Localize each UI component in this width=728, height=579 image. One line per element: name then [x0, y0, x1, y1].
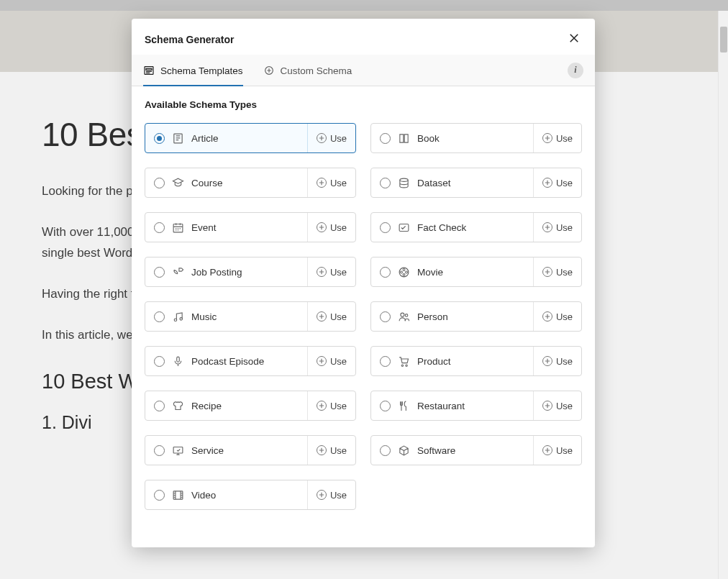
schema-card-main[interactable]: Restaurant [371, 400, 533, 412]
schema-card-main[interactable]: Book [371, 132, 533, 145]
schema-card-main[interactable]: Course [145, 177, 307, 189]
page-scrollbar[interactable] [718, 11, 728, 579]
schema-card-main[interactable]: Product [371, 355, 533, 368]
plus-circle-icon [542, 178, 552, 188]
use-label: Use [330, 267, 347, 278]
use-label: Use [330, 401, 347, 411]
schema-card-main[interactable]: Person [371, 311, 533, 323]
scrollbar-thumb[interactable] [720, 27, 727, 53]
use-button[interactable]: Use [533, 391, 581, 420]
schema-card-label: Book [417, 133, 440, 144]
schema-card-label: Podcast Episode [191, 356, 264, 367]
modal-body: Available Schema Types ArticleUseBookUse… [132, 86, 595, 527]
plus-circle-icon [317, 356, 327, 366]
schema-card-recipe[interactable]: RecipeUse [145, 391, 356, 421]
schema-card-main[interactable]: Event [145, 222, 307, 234]
use-button[interactable]: Use [307, 124, 355, 152]
use-button[interactable]: Use [533, 347, 581, 375]
use-button[interactable]: Use [307, 213, 355, 242]
schema-card-main[interactable]: Video [145, 489, 307, 501]
use-label: Use [556, 133, 573, 144]
radio-icon [154, 133, 165, 144]
schema-card-main[interactable]: Fact Check [371, 222, 533, 234]
schema-card-main[interactable]: Music [145, 311, 307, 323]
schema-card-label: Dataset [417, 178, 451, 188]
schema-card-dataset[interactable]: DatasetUse [370, 168, 582, 198]
schema-card-person[interactable]: PersonUse [370, 301, 582, 332]
close-icon [568, 32, 581, 47]
use-button[interactable]: Use [307, 436, 355, 465]
schema-card-main[interactable]: Job Posting [145, 266, 307, 278]
use-button[interactable]: Use [307, 168, 355, 197]
info-button[interactable]: i [568, 63, 583, 78]
recipe-icon [172, 400, 184, 412]
schema-card-main[interactable]: Dataset [371, 177, 533, 189]
use-button[interactable]: Use [307, 302, 355, 331]
use-label: Use [556, 356, 573, 367]
radio-icon [154, 267, 165, 278]
schema-card-main[interactable]: Service [145, 444, 307, 457]
radio-icon [154, 222, 165, 233]
use-button[interactable]: Use [307, 480, 355, 509]
schema-card-podcast[interactable]: Podcast EpisodeUse [145, 346, 356, 376]
plus-circle-icon [317, 267, 327, 277]
modal-header: Schema Generator [132, 19, 595, 55]
schema-card-software[interactable]: SoftwareUse [370, 435, 582, 465]
service-icon [172, 444, 184, 457]
schema-card-movie[interactable]: MovieUse [370, 257, 582, 287]
job-icon [172, 266, 184, 278]
schema-card-job[interactable]: Job PostingUse [145, 257, 356, 287]
schema-generator-modal: Schema Generator Schema Templates Custom… [132, 19, 595, 547]
schema-card-course[interactable]: CourseUse [145, 168, 356, 198]
schema-card-service[interactable]: ServiceUse [145, 435, 356, 465]
schema-card-main[interactable]: Movie [371, 266, 533, 278]
templates-icon [143, 65, 155, 76]
schema-card-main[interactable]: Recipe [145, 400, 307, 412]
radio-icon [154, 445, 165, 456]
schema-card-restaurant[interactable]: RestaurantUse [370, 391, 582, 421]
schema-card-product[interactable]: ProductUse [370, 346, 582, 376]
plus-circle-icon [317, 445, 327, 455]
radio-icon [380, 401, 391, 411]
schema-card-main[interactable]: Article [145, 132, 307, 145]
use-button[interactable]: Use [533, 168, 581, 197]
book-icon [398, 132, 410, 145]
section-title: Available Schema Types [145, 99, 582, 110]
use-label: Use [330, 490, 347, 501]
close-button[interactable] [566, 32, 582, 47]
schema-card-main[interactable]: Podcast Episode [145, 355, 307, 368]
plus-circle-icon [317, 490, 327, 500]
radio-icon [380, 445, 391, 456]
use-label: Use [556, 267, 573, 278]
schema-card-event[interactable]: EventUse [145, 212, 356, 242]
schema-card-main[interactable]: Software [371, 444, 533, 457]
tab-schema-templates[interactable]: Schema Templates [143, 55, 243, 86]
course-icon [172, 177, 184, 189]
schema-card-label: Article [191, 133, 219, 144]
use-button[interactable]: Use [307, 391, 355, 420]
schema-card-article[interactable]: ArticleUse [145, 123, 356, 153]
use-button[interactable]: Use [533, 436, 581, 465]
plus-circle-icon [542, 133, 552, 143]
schema-card-book[interactable]: BookUse [370, 123, 582, 153]
radio-icon [154, 401, 165, 411]
schema-card-video[interactable]: VideoUse [145, 480, 356, 510]
use-label: Use [330, 356, 347, 367]
podcast-icon [172, 355, 184, 368]
use-button[interactable]: Use [307, 257, 355, 286]
plus-circle-icon [317, 222, 327, 232]
schema-card-factcheck[interactable]: Fact CheckUse [370, 212, 582, 242]
plus-circle-icon [542, 401, 552, 411]
plus-circle-icon [542, 222, 552, 232]
use-button[interactable]: Use [533, 302, 581, 331]
plus-circle-icon [263, 65, 275, 76]
use-button[interactable]: Use [533, 124, 581, 152]
use-button[interactable]: Use [533, 213, 581, 242]
schema-card-label: Movie [417, 267, 443, 278]
schema-card-music[interactable]: MusicUse [145, 301, 356, 332]
use-button[interactable]: Use [307, 347, 355, 375]
tab-custom-schema[interactable]: Custom Schema [263, 55, 352, 86]
plus-circle-icon [317, 311, 327, 322]
use-button[interactable]: Use [533, 257, 581, 286]
svg-rect-1 [146, 68, 152, 70]
